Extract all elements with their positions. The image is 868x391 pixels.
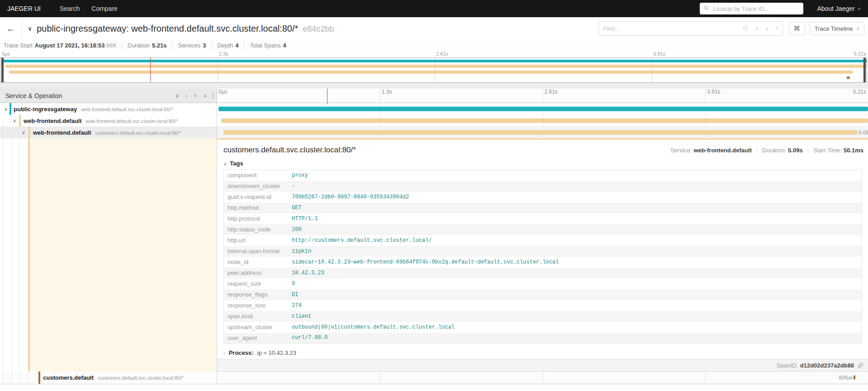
timeline-axis: 0μs 1.3s 2.61s 3.91s 5.21s <box>217 89 868 103</box>
trace-title-wrap: ∨ public-ingressgateway: web-frontend.de… <box>28 24 598 34</box>
span-detail-title: customers.default.svc.cluster.local:80/* <box>223 146 356 155</box>
trace-view-label: Trace Timeline <box>815 25 853 32</box>
trace-id: e84c2bb <box>303 24 334 34</box>
jaeger-trace-page: JAEGER UI Search Compare About Jaeger ∨ … <box>0 0 868 391</box>
page-bottom <box>0 384 868 391</box>
span-detail-row: customers.default.svc.cluster.local:80/*… <box>0 138 868 372</box>
tags-section-toggle[interactable]: ∨Tags <box>223 160 868 167</box>
link-icon[interactable] <box>858 363 863 368</box>
span-row-label[interactable]: ∨ web-frontend.defaultcustomers.default.… <box>0 127 217 138</box>
span-detail-panel: customers.default.svc.cluster.local:80/*… <box>217 138 868 372</box>
trace-depth: Depth 4 <box>212 42 239 49</box>
trace-duration: Duration 5.21s <box>122 42 167 49</box>
span-bar-track[interactable] <box>217 115 868 127</box>
expand-all-icon[interactable]: » <box>204 93 207 99</box>
collapse-trace-chevron-icon[interactable]: ∨ <box>28 25 32 32</box>
tags-table: componentproxy downstream_cluster- guid:… <box>223 170 862 344</box>
span-color-bar <box>28 127 30 138</box>
find-box[interactable]: ∧ ∨ × <box>598 21 783 36</box>
trace-lookup-input[interactable] <box>712 5 800 13</box>
minimap-right-drag-handle[interactable] <box>863 58 866 82</box>
span-id-value: d12d02d237a2db88 <box>800 362 854 369</box>
minimap-axis: 0μs 1.3s 2.61s 3.91s 5.21s <box>0 51 868 57</box>
trace-summary-bar: Trace Start August 17 2021, 16:18:53 .96… <box>0 40 868 51</box>
selected-span-highlight <box>30 138 217 372</box>
tag-row: node_idsidecar~10.42.3.23~web-frontend-6… <box>224 257 862 268</box>
find-prev-icon[interactable]: ∧ <box>755 25 759 32</box>
tag-row: http.protocolHTTP/1.1 <box>224 213 862 224</box>
find-clear-icon[interactable]: × <box>776 25 779 32</box>
about-jaeger-menu[interactable]: About Jaeger ∨ <box>817 5 861 12</box>
tag-row: upstream_clusteroutbound|80|v1|customers… <box>224 322 862 333</box>
focus-target-icon[interactable] <box>742 25 749 33</box>
span-detail-meta: Service:web-frontend.default | Duration:… <box>670 147 863 154</box>
collapse-chevron-icon[interactable]: ∨ <box>13 118 16 124</box>
span-row-label[interactable]: ∨ public-ingressgatewayweb-frontend.defa… <box>0 103 217 115</box>
tag-row: response_size274 <box>224 300 862 311</box>
trace-header-controls: ∧ ∨ × ⌘ Trace Timeline ∨ <box>598 21 864 36</box>
minimap-span-bar <box>9 71 853 74</box>
span-row-label[interactable]: ∨ web-frontend.defaultweb-frontend.defau… <box>0 115 217 127</box>
tag-row: componentproxy <box>224 170 862 181</box>
span-duration-bar[interactable] <box>218 107 868 111</box>
span-bar-track[interactable]: 5.09s <box>217 127 868 138</box>
trace-lookup-box[interactable] <box>700 3 803 14</box>
span-duration-bar[interactable] <box>854 376 855 380</box>
expand-one-icon[interactable]: › <box>185 93 187 99</box>
tag-row: http.methodGET <box>224 203 862 213</box>
keyboard-shortcuts-button[interactable]: ⌘ <box>789 22 805 35</box>
tag-row: http.urlhttp://customers.default.svc.clu… <box>224 235 862 246</box>
search-icon <box>703 5 709 12</box>
timeline-header: Service & Operation ∨ › » » 0μs 1.3s 2.6… <box>0 89 868 103</box>
collapse-all-icon[interactable]: » <box>193 94 199 97</box>
separator-band <box>0 83 868 89</box>
span-color-bar <box>38 372 40 384</box>
minimap-span-bar <box>5 65 867 68</box>
find-icons: ∧ ∨ × <box>742 25 779 33</box>
span-row: customers.defaultcustomers.default.svc.c… <box>0 372 868 384</box>
tag-row: downstream_cluster- <box>224 181 862 192</box>
tag-row: http.status_code200 <box>224 224 862 235</box>
timeline-cursor-line <box>327 89 327 104</box>
tag-row: response_flagsDI <box>224 289 862 300</box>
span-bar-track[interactable]: 826μs <box>217 372 868 384</box>
tag-row: internal.span.formatzipkin <box>224 246 862 257</box>
span-duration-label: 826μs <box>839 375 853 380</box>
tag-row: user_agentcurl/7.68.0 <box>224 333 862 344</box>
top-nav: JAEGER UI Search Compare About Jaeger ∨ <box>0 0 868 17</box>
nav-item-compare[interactable]: Compare <box>91 5 118 12</box>
process-section-toggle[interactable]: ›Process:ip = 10.42.3.23 <box>223 349 868 356</box>
timeline-minimap[interactable] <box>0 57 867 83</box>
span-detail-indent <box>0 138 217 372</box>
column-resizer[interactable] <box>212 93 214 99</box>
span-color-bar <box>19 115 21 127</box>
span-row-selected: ∨ web-frontend.defaultcustomers.default.… <box>0 127 868 138</box>
span-bar-track[interactable] <box>217 103 868 115</box>
service-operation-header: Service & Operation ∨ › » » <box>0 89 217 103</box>
chevron-down-icon: ∨ <box>858 7 861 11</box>
collapse-chevron-icon[interactable]: ∨ <box>22 130 25 136</box>
trace-view-dropdown[interactable]: Trace Timeline ∨ <box>810 22 864 35</box>
minimap-left-drag-handle[interactable] <box>1 58 4 82</box>
minimap-span-bar <box>847 76 850 79</box>
service-operation-title: Service & Operation <box>5 92 169 99</box>
collapse-chevron-icon[interactable]: ∨ <box>4 106 8 112</box>
back-button[interactable]: ← <box>0 17 22 40</box>
collapse-one-icon[interactable]: ∨ <box>175 93 180 99</box>
minimap-span-bar <box>2 60 867 62</box>
find-next-icon[interactable]: ∨ <box>765 25 769 32</box>
span-duration-bar[interactable] <box>223 130 858 135</box>
span-id-bar: SpanID: d12d02d237a2db88 <box>217 359 868 372</box>
span-row: ∨ web-frontend.defaultweb-frontend.defau… <box>0 115 868 127</box>
span-row-label[interactable]: customers.defaultcustomers.default.svc.c… <box>0 372 217 384</box>
app-brand[interactable]: JAEGER UI <box>0 5 48 12</box>
about-jaeger-label: About Jaeger <box>817 5 854 12</box>
span-duration-bar[interactable] <box>221 118 868 123</box>
trace-services: Services 3 <box>172 42 206 49</box>
find-input[interactable] <box>602 25 742 33</box>
span-duration-label: 5.09s <box>859 130 868 135</box>
tag-row: request_size0 <box>224 278 862 289</box>
nav-item-search[interactable]: Search <box>60 5 80 12</box>
chevron-right-icon: › <box>223 350 225 356</box>
tag-row: peer.address10.42.3.23 <box>224 268 862 278</box>
